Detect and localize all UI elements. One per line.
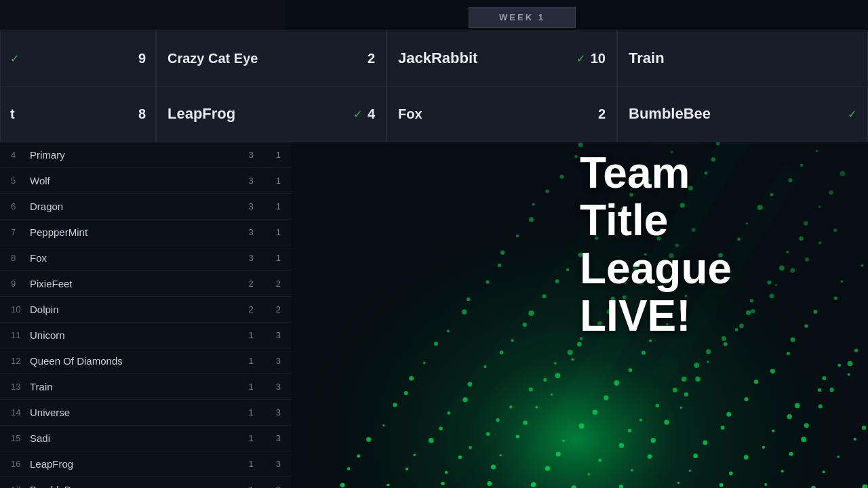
svg-point-8 — [366, 437, 371, 442]
svg-point-90 — [551, 393, 553, 395]
svg-point-74 — [568, 350, 573, 355]
svg-point-151 — [694, 363, 699, 368]
team-name-cell: Universe — [30, 407, 240, 418]
team-name-cell: Queen Of Diamonds — [30, 355, 240, 367]
losses-cell: 3 — [262, 433, 281, 443]
svg-point-171 — [724, 342, 728, 346]
check-icon-2b: ✓ — [353, 108, 362, 121]
svg-point-152 — [706, 349, 711, 354]
svg-point-36 — [413, 453, 416, 456]
team-name-cell: Unicorn — [30, 329, 240, 341]
live-title-text: TeamTitleLeagueLIVE! — [580, 149, 858, 340]
standings-row: 15Sadi13 — [0, 426, 292, 451]
svg-point-6 — [347, 467, 351, 470]
match-team-row-1a: ✓ 9 — [1, 31, 155, 87]
svg-point-146 — [628, 429, 631, 432]
rank-num: 15 — [11, 433, 30, 443]
svg-point-86 — [500, 454, 502, 456]
svg-point-64 — [441, 482, 444, 485]
svg-point-163 — [631, 469, 633, 471]
svg-point-17 — [467, 298, 470, 301]
svg-point-209 — [854, 348, 858, 352]
svg-point-19 — [498, 264, 501, 267]
losses-cell: 2 — [262, 279, 281, 289]
rank-num: 13 — [11, 382, 30, 392]
check-icon-3a: ✓ — [576, 52, 585, 65]
svg-point-22 — [529, 217, 534, 222]
match-team-row-4b: BumbleBee ✓ — [618, 87, 867, 142]
svg-point-212 — [789, 452, 793, 456]
svg-point-199 — [719, 483, 724, 487]
team-name-3b: Fox — [398, 106, 598, 122]
svg-point-117 — [562, 440, 565, 443]
svg-point-114 — [531, 482, 536, 487]
svg-point-91 — [555, 373, 560, 378]
svg-point-166 — [664, 420, 669, 425]
rank-num: 8 — [11, 253, 30, 263]
svg-point-20 — [500, 251, 505, 255]
svg-point-148 — [656, 404, 659, 407]
svg-point-119 — [593, 410, 598, 415]
svg-point-213 — [801, 437, 806, 443]
svg-point-38 — [439, 427, 442, 430]
svg-point-203 — [772, 429, 774, 432]
svg-point-27 — [578, 143, 583, 148]
standings-row: 12Queen Of Diamonds13 — [0, 348, 292, 374]
standings-row: 9PixieFeet22 — [0, 271, 292, 297]
svg-point-115 — [545, 466, 550, 470]
team-name-4b: BumbleBee — [629, 105, 848, 123]
team-name-cell: LeapFrog — [30, 458, 240, 470]
svg-point-201 — [744, 455, 749, 460]
check-icon-1a: ✓ — [10, 52, 19, 65]
wins-cell: 3 — [240, 227, 262, 237]
svg-point-191 — [770, 369, 775, 373]
team-name-cell: Dragon — [30, 201, 240, 212]
svg-point-202 — [762, 446, 765, 449]
team-name-3a: JackRabbit — [398, 49, 576, 67]
score-3a: 10 — [591, 51, 606, 66]
team-name-cell: Primary — [30, 149, 240, 161]
svg-point-221 — [837, 455, 840, 458]
losses-cell: 1 — [262, 176, 281, 186]
svg-point-123 — [642, 350, 646, 354]
svg-point-46 — [528, 310, 534, 316]
svg-point-68 — [486, 432, 490, 436]
svg-point-66 — [458, 455, 462, 459]
rank-num: 7 — [11, 227, 30, 237]
check-icon-4b: ✓ — [848, 108, 856, 121]
svg-point-187 — [721, 426, 725, 430]
svg-point-144 — [598, 459, 601, 462]
match-team-row-3a: JackRabbit ✓ 10 — [387, 31, 616, 87]
standings-row: 5Wolf31 — [0, 168, 292, 194]
rank-num: 16 — [11, 459, 30, 469]
svg-point-116 — [556, 452, 561, 457]
rank-num: 6 — [11, 201, 30, 211]
standings-row: 17BumbleBee13 — [0, 477, 292, 488]
team-name-cell: PixieFeet — [30, 278, 240, 289]
svg-point-43 — [500, 350, 504, 354]
standings-row: 11Unicorn13 — [0, 323, 292, 348]
svg-point-149 — [673, 388, 677, 392]
score-2b: 4 — [368, 106, 375, 122]
svg-point-87 — [516, 435, 519, 439]
svg-point-44 — [511, 339, 513, 342]
match-team-row-3b: Fox 2 — [387, 87, 616, 142]
wins-cell: 1 — [240, 433, 262, 443]
match-team-row-4a: Train — [618, 31, 867, 87]
wins-cell: 1 — [240, 407, 262, 418]
svg-point-47 — [542, 294, 547, 298]
rank-num: 10 — [11, 304, 30, 314]
standings-row: 10Dolpin22 — [0, 297, 292, 323]
losses-cell: 3 — [262, 407, 281, 418]
team-name-cell: PeppperMint — [30, 226, 240, 238]
svg-point-216 — [830, 388, 834, 392]
standings-row: 7PeppperMint31 — [0, 220, 292, 245]
losses-cell: 3 — [262, 330, 281, 340]
svg-point-35 — [406, 468, 408, 470]
svg-point-49 — [566, 268, 569, 271]
svg-point-16 — [462, 310, 467, 314]
svg-point-40 — [462, 397, 467, 402]
svg-point-85 — [491, 464, 496, 469]
losses-cell: 1 — [262, 201, 281, 211]
wins-cell: 1 — [240, 459, 262, 469]
